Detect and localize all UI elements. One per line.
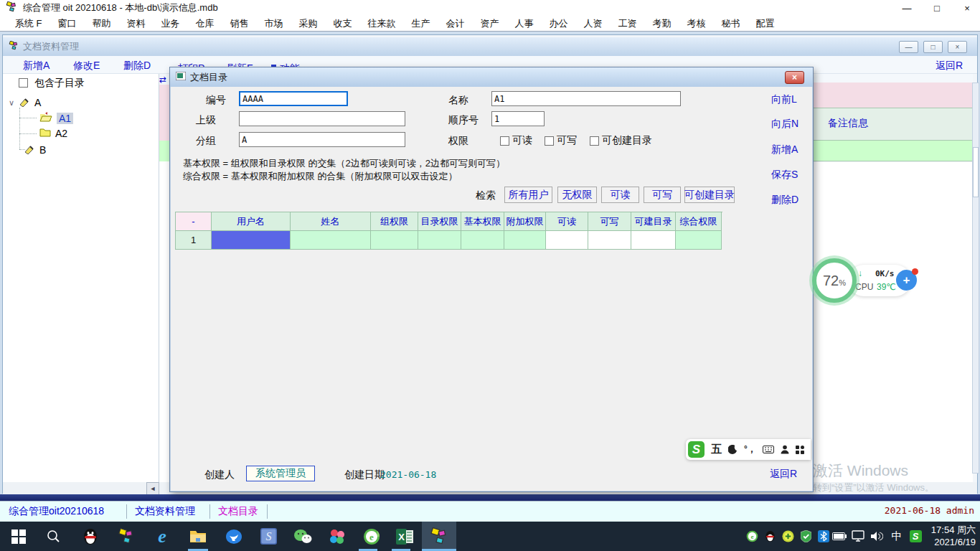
menu-item[interactable]: 采购: [291, 17, 326, 30]
col-header[interactable]: 附加权限: [504, 212, 546, 231]
menu-item[interactable]: 考核: [679, 17, 714, 30]
tree-item-label[interactable]: B: [39, 144, 46, 156]
taskbar-explorer-icon[interactable]: [181, 522, 215, 551]
toolbar-delete-button[interactable]: 删除D: [123, 60, 151, 72]
tray-battery-icon[interactable]: [832, 529, 847, 543]
col-header[interactable]: 姓名: [291, 212, 371, 231]
close-button[interactable]: ×: [961, 3, 973, 14]
extra-perm-cell[interactable]: [504, 231, 546, 250]
group-perm-cell[interactable]: [371, 231, 418, 250]
tree-item-A[interactable]: ∨ A: [9, 96, 41, 109]
perm-create-checkbox[interactable]: [590, 136, 599, 146]
menu-item[interactable]: 秘书: [714, 17, 748, 30]
vertical-scrollbar[interactable]: [972, 83, 979, 474]
perm-write-option[interactable]: 可写: [545, 134, 577, 147]
taskbar-flower-icon[interactable]: [320, 522, 354, 551]
perm-create-option[interactable]: 可创建目录: [590, 134, 652, 147]
col-header[interactable]: 可写: [588, 212, 631, 231]
toolbox-grid-icon[interactable]: [796, 446, 804, 454]
order-input[interactable]: [491, 111, 545, 126]
name-input[interactable]: [491, 91, 681, 106]
delete-button[interactable]: 删除D: [771, 194, 798, 207]
wubi-mode-icon[interactable]: 五: [711, 443, 722, 456]
col-header[interactable]: -: [176, 212, 212, 231]
tray-360-browser-icon[interactable]: e: [745, 529, 759, 543]
search-all-users-button[interactable]: 所有用户: [504, 187, 552, 203]
col-header[interactable]: 组权限: [371, 212, 418, 231]
menu-item[interactable]: 销售: [222, 17, 257, 30]
write-cell[interactable]: [588, 231, 631, 250]
menu-item[interactable]: 配置: [748, 17, 783, 30]
tree-item-A2[interactable]: A2: [39, 128, 67, 139]
toolbar-edit-button[interactable]: 修改E: [73, 60, 100, 72]
table-row[interactable]: 1: [176, 231, 722, 250]
tray-sogou-icon[interactable]: S: [908, 529, 923, 543]
perm-read-checkbox[interactable]: [500, 136, 509, 146]
read-cell[interactable]: [546, 231, 588, 250]
dir-perm-cell[interactable]: [418, 231, 461, 250]
optimizer-ball-widget[interactable]: 72%: [812, 258, 857, 303]
night-moon-icon[interactable]: [728, 445, 738, 454]
sogou-logo-icon[interactable]: S: [688, 441, 705, 458]
perm-read-option[interactable]: 可读: [500, 134, 532, 147]
username-cell-selected[interactable]: [212, 231, 291, 250]
menu-item[interactable]: 考勤: [645, 17, 679, 30]
tree-item-label[interactable]: A1: [57, 113, 73, 124]
tree-item-B[interactable]: B: [24, 143, 46, 156]
base-perm-cell[interactable]: [461, 231, 504, 250]
minimize-button[interactable]: —: [901, 3, 913, 14]
col-header[interactable]: 综合权限: [676, 212, 722, 231]
menu-item[interactable]: 人资: [576, 17, 611, 30]
name-cell[interactable]: [291, 231, 371, 250]
menu-item[interactable]: 资产: [473, 17, 507, 30]
taskbar-qq-icon[interactable]: [73, 522, 108, 551]
col-header[interactable]: 可读: [546, 212, 588, 231]
start-button[interactable]: [1, 522, 36, 551]
tree-item-label[interactable]: A: [34, 97, 41, 108]
include-subdir-checkbox[interactable]: [19, 78, 28, 88]
add-button[interactable]: 新增A: [771, 143, 798, 156]
taskbar-dingtalk-icon[interactable]: [217, 522, 251, 551]
tray-bluetooth-icon[interactable]: [816, 529, 831, 543]
tree-item-A1[interactable]: A1: [39, 112, 73, 124]
save-button[interactable]: 保存S: [771, 169, 798, 182]
punctuation-icon[interactable]: °，: [744, 443, 756, 456]
tree-item-label[interactable]: A2: [55, 128, 67, 139]
col-header[interactable]: 目录权限: [418, 212, 461, 231]
dialog-close-button[interactable]: ×: [785, 71, 804, 84]
search-no-perm-button[interactable]: 无权限: [557, 187, 597, 203]
menu-item[interactable]: 人事: [507, 17, 542, 30]
account-person-icon[interactable]: [781, 445, 789, 454]
soft-keyboard-icon[interactable]: [763, 446, 774, 453]
menu-item[interactable]: 业务: [154, 17, 188, 30]
expander-icon[interactable]: ∨: [9, 98, 14, 108]
scroll-left-button[interactable]: ◄: [146, 482, 159, 495]
taskbar-oit-app-active[interactable]: [422, 522, 456, 551]
tray-network-icon[interactable]: [851, 529, 865, 543]
menu-item[interactable]: 工资: [611, 17, 645, 30]
menu-item[interactable]: 市场: [257, 17, 291, 30]
col-header[interactable]: 可建目录: [631, 212, 676, 231]
search-write-button[interactable]: 可写: [644, 187, 681, 203]
taskbar-ie-icon[interactable]: e: [145, 522, 179, 551]
mkdir-cell[interactable]: [631, 231, 676, 250]
tray-safe-plus-icon[interactable]: [781, 529, 795, 543]
taskbar-oit-app-icon[interactable]: [109, 522, 143, 551]
col-header[interactable]: 基本权限: [461, 212, 504, 231]
tray-volume-icon[interactable]: [870, 529, 884, 543]
total-perm-cell[interactable]: [676, 231, 722, 250]
menu-item[interactable]: 系统 F: [7, 17, 50, 30]
vertical-scrollbar-thumb[interactable]: [973, 147, 979, 197]
toolbar-back-button[interactable]: 返回R: [936, 60, 963, 72]
toolbar-new-button[interactable]: 新增A: [23, 60, 50, 72]
taskbar-360-browser-icon[interactable]: e: [354, 522, 389, 551]
row-index-cell[interactable]: 1: [176, 231, 212, 250]
search-create-button[interactable]: 可创建目录: [684, 187, 735, 203]
code-input[interactable]: [239, 91, 348, 106]
taskbar-s-app-icon[interactable]: S: [251, 522, 286, 551]
taskbar-clock[interactable]: 17:54 周六 2021/6/19: [931, 524, 976, 548]
tray-ime-lang-icon[interactable]: 中: [890, 529, 904, 543]
menu-item[interactable]: 收支: [326, 17, 360, 30]
search-read-button[interactable]: 可读: [601, 187, 639, 203]
child-restore-button[interactable]: □: [923, 41, 943, 53]
